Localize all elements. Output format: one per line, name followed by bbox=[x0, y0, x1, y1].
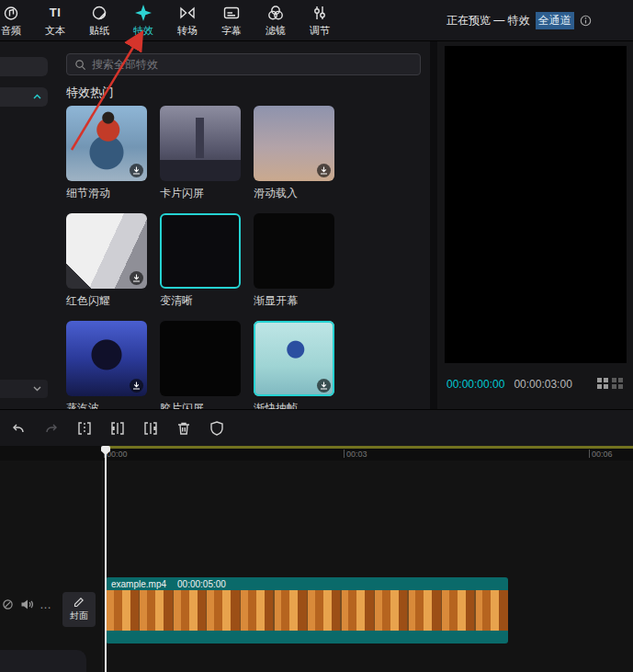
ruler-mark: 00:06 bbox=[589, 450, 613, 459]
effect-thumbnail[interactable] bbox=[254, 213, 334, 289]
ruler-label: 00:03 bbox=[346, 450, 367, 459]
redo-icon[interactable] bbox=[42, 419, 61, 438]
tab-label: 特效 bbox=[133, 24, 153, 38]
effect-thumbnail[interactable] bbox=[254, 106, 334, 181]
cover-button[interactable]: 封面 bbox=[62, 592, 96, 627]
split-icon[interactable] bbox=[75, 419, 94, 438]
total-timecode: 00:00:03:00 bbox=[514, 378, 571, 391]
clip-filmstrip[interactable] bbox=[106, 590, 508, 631]
search-input[interactable] bbox=[92, 58, 413, 71]
clip-name: example.mp4 bbox=[111, 579, 166, 589]
effects-sparkle-icon bbox=[134, 4, 153, 22]
effects-section-title: 特效热门 bbox=[66, 85, 114, 101]
tab-label: 贴纸 bbox=[89, 24, 109, 38]
clip-footer-bar bbox=[106, 631, 508, 644]
preview-fullscreen-icon[interactable] bbox=[612, 378, 623, 389]
cover-label: 封面 bbox=[70, 609, 88, 622]
preview-panel: 00:00:00:00 00:00:03:00 bbox=[437, 41, 633, 409]
effect-thumbnail[interactable] bbox=[160, 321, 241, 396]
mask-icon[interactable] bbox=[208, 419, 226, 438]
tab-filter[interactable]: 滤镜 bbox=[254, 4, 298, 38]
effect-card[interactable]: 红色闪耀 bbox=[66, 213, 147, 309]
effect-card[interactable]: 蒸汽波 bbox=[66, 321, 147, 409]
info-icon[interactable] bbox=[580, 15, 592, 27]
undo-icon[interactable] bbox=[9, 419, 28, 438]
tab-label: 调节 bbox=[310, 24, 330, 38]
effect-name: 渐快抽帧 bbox=[254, 401, 334, 409]
sticker-icon bbox=[90, 4, 108, 22]
transition-icon bbox=[178, 4, 197, 22]
playhead[interactable] bbox=[105, 446, 107, 672]
tab-adjust[interactable]: 调节 bbox=[298, 4, 342, 38]
bottom-left-panel[interactable] bbox=[0, 650, 86, 672]
tab-label: 音频 bbox=[1, 24, 21, 38]
download-icon bbox=[317, 164, 331, 177]
effect-name: 胶片闪屏 bbox=[160, 401, 241, 409]
effect-name: 蒸汽波 bbox=[66, 401, 147, 409]
effect-card[interactable]: 滑动载入 bbox=[254, 106, 334, 201]
chevron-up-icon bbox=[33, 94, 41, 99]
effect-thumbnail[interactable] bbox=[160, 106, 241, 181]
effect-card[interactable]: 细节滑动 bbox=[66, 106, 147, 201]
preview-scale-icon[interactable] bbox=[597, 378, 608, 389]
preview-title: 正在预览 — 特效 bbox=[446, 13, 530, 28]
clip-header: example.mp4 00:00:05:00 bbox=[106, 577, 508, 590]
effect-thumbnail[interactable] bbox=[160, 213, 241, 289]
pencil-icon bbox=[73, 597, 85, 608]
chevron-down-icon bbox=[33, 386, 41, 392]
effect-name: 渐显开幕 bbox=[254, 293, 334, 309]
track-gutter-divider bbox=[102, 461, 103, 672]
audio-icon bbox=[2, 4, 20, 22]
effect-thumbnail[interactable] bbox=[254, 321, 334, 396]
current-timecode: 00:00:00:00 bbox=[446, 378, 504, 391]
effect-card[interactable]: 渐快抽帧 bbox=[254, 321, 334, 409]
effect-name: 细节滑动 bbox=[66, 186, 147, 201]
preview-timecodes: 00:00:00:00 00:00:03:00 bbox=[446, 378, 627, 391]
tab-label: 文本 bbox=[45, 24, 65, 38]
clip-duration: 00:00:05:00 bbox=[177, 579, 226, 589]
top-toolbar: 音频 TI 文本 贴纸 特效 转场 bbox=[0, 0, 633, 41]
effect-name: 卡片闪屏 bbox=[160, 186, 241, 201]
edit-toolbar bbox=[0, 409, 633, 446]
ruler-tick bbox=[589, 450, 590, 458]
timeline: 00:00 00:03 00:06 … 封面 example.mp4 00:00… bbox=[0, 446, 633, 672]
track-toggle-icon[interactable] bbox=[2, 598, 14, 610]
effect-card-selected[interactable]: 变清晰 bbox=[160, 213, 241, 309]
effect-card[interactable]: 渐显开幕 bbox=[254, 213, 334, 309]
timeline-ruler[interactable]: 00:00 00:03 00:06 bbox=[0, 446, 633, 461]
effects-search[interactable] bbox=[66, 53, 421, 75]
toolbar-tabs: 音频 TI 文本 贴纸 特效 转场 bbox=[0, 4, 342, 38]
effect-name: 变清晰 bbox=[160, 293, 241, 309]
effect-thumbnail[interactable] bbox=[66, 213, 147, 289]
preview-viewport[interactable] bbox=[445, 46, 627, 363]
trim-left-icon[interactable] bbox=[108, 419, 127, 438]
tab-transition[interactable]: 转场 bbox=[165, 4, 209, 38]
captions-icon bbox=[222, 4, 241, 22]
tab-text[interactable]: TI 文本 bbox=[33, 4, 77, 38]
effect-card[interactable]: 胶片闪屏 bbox=[160, 321, 241, 409]
download-icon bbox=[130, 379, 143, 393]
channel-badge[interactable]: 全通道 bbox=[536, 12, 574, 29]
effect-card[interactable]: 卡片闪屏 bbox=[160, 106, 241, 201]
ruler-label: 00:06 bbox=[592, 450, 613, 459]
delete-icon[interactable] bbox=[175, 419, 193, 438]
text-icon: TI bbox=[50, 4, 62, 22]
effect-thumbnail[interactable] bbox=[66, 321, 147, 396]
sidebar-category-pill-expanded[interactable] bbox=[0, 87, 48, 107]
tab-label: 字幕 bbox=[221, 24, 242, 38]
tab-captions[interactable]: 字幕 bbox=[209, 4, 254, 38]
tab-effects[interactable]: 特效 bbox=[121, 4, 165, 38]
effects-panel: 特效热门 细节滑动 卡片闪屏 滑动载入 bbox=[0, 41, 430, 409]
volume-icon[interactable] bbox=[20, 598, 33, 610]
tab-sticker[interactable]: 贴纸 bbox=[77, 4, 121, 38]
effect-thumbnail[interactable] bbox=[66, 106, 147, 181]
sidebar-collapsed-dropdown[interactable] bbox=[0, 380, 48, 398]
trim-right-icon[interactable] bbox=[141, 419, 160, 438]
tab-audio[interactable]: 音频 bbox=[0, 4, 33, 38]
sidebar-category-pill[interactable] bbox=[0, 57, 48, 76]
video-clip[interactable]: example.mp4 00:00:05:00 bbox=[106, 577, 508, 644]
more-options[interactable]: … bbox=[40, 600, 52, 609]
filter-icon bbox=[266, 4, 285, 22]
preview-header: 正在预览 — 特效 全通道 bbox=[446, 0, 592, 41]
search-icon bbox=[74, 59, 86, 71]
